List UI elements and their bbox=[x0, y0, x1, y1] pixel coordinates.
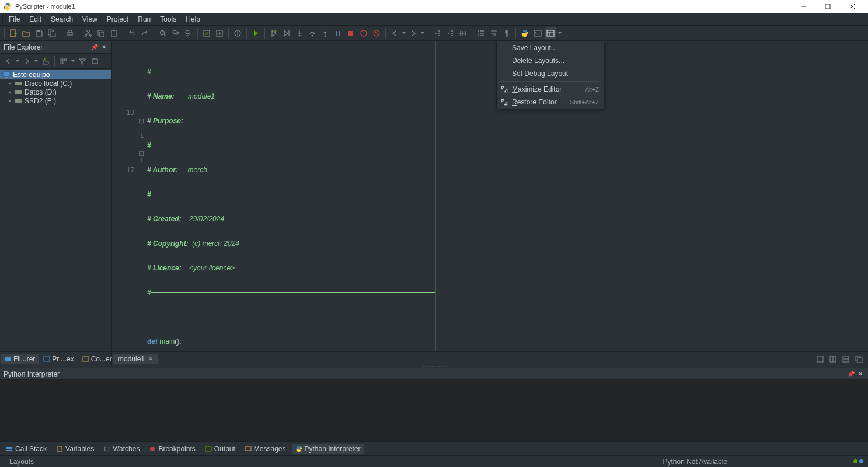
menu-view[interactable]: View bbox=[78, 14, 102, 25]
file-explorer-title: File Explorer bbox=[4, 43, 89, 51]
menu-edit[interactable]: Edit bbox=[25, 14, 46, 25]
new-file-button[interactable] bbox=[8, 27, 19, 39]
tab-call-stack[interactable]: Call Stack bbox=[2, 444, 50, 454]
layouts-dropdown[interactable] bbox=[557, 32, 562, 34]
pin-icon[interactable]: 📌 bbox=[90, 43, 99, 51]
menu-delete-layouts[interactable]: Delete Layouts... bbox=[497, 54, 604, 67]
redo-button[interactable] bbox=[139, 27, 151, 39]
tree-root-node[interactable]: Este equipo bbox=[0, 70, 111, 79]
pause-button[interactable] bbox=[332, 27, 344, 39]
outdent-button[interactable] bbox=[431, 27, 443, 39]
toggle-breakpoint-button[interactable] bbox=[358, 27, 369, 39]
nav-back-button[interactable] bbox=[389, 27, 400, 39]
run-to-cursor-button[interactable] bbox=[281, 27, 292, 39]
tree-node[interactable]: ▸ Datos (D:) bbox=[0, 88, 111, 96]
tab-output[interactable]: Output bbox=[201, 444, 239, 454]
step-into-button[interactable] bbox=[294, 27, 305, 39]
browse-path-button[interactable] bbox=[58, 55, 69, 67]
minimize-button[interactable] bbox=[791, 0, 815, 13]
step-over-button[interactable] bbox=[306, 27, 318, 39]
menu-tools[interactable]: Tools bbox=[155, 14, 181, 25]
svg-rect-46 bbox=[83, 357, 89, 361]
stop-button[interactable] bbox=[345, 27, 357, 39]
editor-tab-module1[interactable]: module1 ✕ bbox=[113, 354, 158, 364]
filter-button[interactable] bbox=[76, 55, 88, 67]
pin-icon[interactable]: 📌 bbox=[847, 370, 855, 378]
nav-up-button[interactable] bbox=[40, 55, 51, 67]
paste-button[interactable] bbox=[108, 27, 120, 39]
copy-button[interactable] bbox=[95, 27, 107, 39]
python-version-button[interactable] bbox=[519, 27, 531, 39]
expand-icon[interactable]: ▸ bbox=[7, 98, 13, 104]
svg-rect-3 bbox=[11, 30, 15, 37]
expand-icon[interactable]: ▸ bbox=[7, 81, 13, 86]
menu-save-layout[interactable]: Save Layout... bbox=[497, 41, 604, 54]
find-next-button[interactable] bbox=[170, 27, 182, 39]
word-wrap-button[interactable] bbox=[488, 27, 500, 39]
step-out-button[interactable] bbox=[319, 27, 331, 39]
editor-container[interactable]: 10 17 ⊟ │ └ bbox=[112, 41, 868, 351]
close-panel-button[interactable]: ✕ bbox=[100, 43, 108, 51]
find-button[interactable] bbox=[157, 27, 169, 39]
menu-project[interactable]: Project bbox=[102, 14, 133, 25]
menu-file[interactable]: File bbox=[4, 14, 25, 25]
save-all-button[interactable] bbox=[46, 27, 58, 39]
special-chars-button[interactable]: ¶ bbox=[501, 27, 513, 39]
syntax-check-button[interactable] bbox=[201, 27, 212, 39]
command-prompt-button[interactable] bbox=[532, 27, 543, 39]
menu-restore-editor[interactable]: Restore Editor Shift+Alt+Z bbox=[497, 96, 604, 109]
split-horizontal-button[interactable] bbox=[827, 353, 839, 365]
replace-button[interactable] bbox=[183, 27, 194, 39]
nav-back-dropdown[interactable] bbox=[402, 32, 406, 34]
nav-forward-button[interactable] bbox=[407, 27, 419, 39]
tab-python-interpreter[interactable]: Python Interpreter bbox=[292, 444, 364, 454]
tab-project-explorer[interactable]: Pr....ex bbox=[40, 354, 77, 364]
line-numbers-button[interactable] bbox=[475, 27, 487, 39]
new-window-button[interactable] bbox=[853, 353, 864, 365]
undo-button[interactable] bbox=[126, 27, 138, 39]
close-button[interactable] bbox=[840, 0, 864, 13]
indent-button[interactable] bbox=[444, 27, 456, 39]
close-panel-button[interactable]: ✕ bbox=[856, 370, 864, 378]
variables-icon bbox=[56, 445, 63, 452]
nav-forward-dropdown[interactable] bbox=[420, 32, 425, 34]
svg-rect-5 bbox=[68, 32, 72, 35]
nav-forward-fe-dropdown[interactable] bbox=[34, 60, 39, 62]
tab-watches[interactable]: Watches bbox=[100, 444, 143, 454]
interpreter-body[interactable] bbox=[0, 380, 868, 441]
tab-breakpoints[interactable]: Breakpoints bbox=[145, 444, 198, 454]
expand-icon[interactable]: ▸ bbox=[7, 89, 13, 95]
menu-set-debug-layout[interactable]: Set Debug Layout bbox=[497, 67, 604, 80]
nav-back-fe-button[interactable] bbox=[2, 55, 14, 67]
import-module-button[interactable] bbox=[214, 27, 225, 39]
close-tab-button[interactable]: ✕ bbox=[148, 356, 153, 362]
tree-node[interactable]: ▸ SSD2 (E:) bbox=[0, 96, 111, 105]
nav-back-fe-dropdown[interactable] bbox=[15, 60, 20, 62]
tab-code-explorer[interactable]: Co...er bbox=[79, 354, 116, 364]
cut-button[interactable] bbox=[82, 27, 94, 39]
tab-variables[interactable]: Variables bbox=[53, 444, 97, 454]
titlebar: PyScripter - module1 bbox=[0, 0, 868, 13]
toggle-comment-button[interactable] bbox=[457, 27, 469, 39]
tab-messages[interactable]: Messages bbox=[241, 444, 290, 454]
save-button[interactable] bbox=[33, 27, 45, 39]
print-button[interactable] bbox=[64, 27, 76, 39]
browse-path-dropdown[interactable] bbox=[71, 60, 75, 62]
run-button[interactable] bbox=[250, 27, 262, 39]
layouts-button[interactable] bbox=[545, 27, 556, 39]
menu-search[interactable]: Search bbox=[46, 14, 78, 25]
menu-maximize-editor[interactable]: Maximize Editor Alt+Z bbox=[497, 83, 604, 96]
split-vertical-button[interactable] bbox=[840, 353, 852, 365]
debug-button[interactable] bbox=[268, 27, 280, 39]
menu-run[interactable]: Run bbox=[133, 14, 155, 25]
nav-forward-fe-button[interactable] bbox=[21, 55, 33, 67]
tab-file-explorer[interactable]: Fil...rer bbox=[1, 354, 39, 364]
maximize-button[interactable] bbox=[815, 0, 840, 13]
refresh-button[interactable] bbox=[89, 55, 101, 67]
tree-node[interactable]: ▸ Disco local (C:) bbox=[0, 79, 111, 88]
clear-breakpoints-button[interactable] bbox=[371, 27, 382, 39]
menu-help[interactable]: Help bbox=[181, 14, 205, 25]
tab-list-button[interactable] bbox=[814, 353, 826, 365]
configure-button[interactable]: i bbox=[232, 27, 243, 39]
open-file-button[interactable] bbox=[20, 27, 32, 39]
